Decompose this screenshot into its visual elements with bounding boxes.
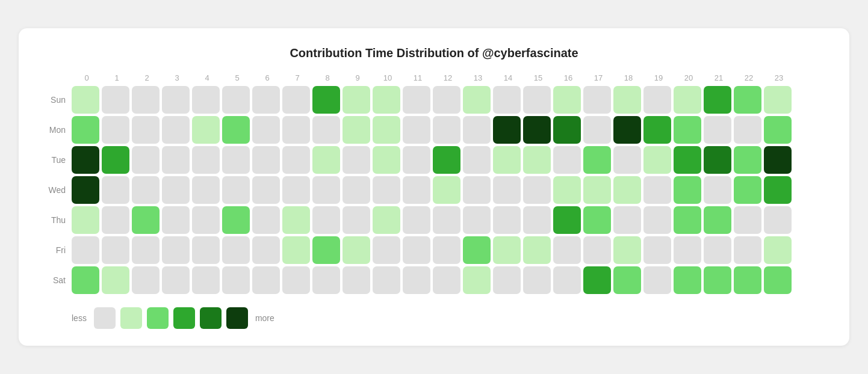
legend-more-label: more (255, 313, 274, 323)
cell (643, 86, 671, 114)
cell (343, 236, 370, 264)
cell (583, 176, 611, 204)
cells-row (72, 146, 792, 174)
cell (613, 146, 641, 174)
legend-cell (147, 307, 169, 329)
cell (132, 86, 160, 114)
chart-area: 01234567891011121314151617181920212223 S… (40, 73, 828, 329)
day-label: Fri (40, 245, 72, 255)
cell (734, 176, 761, 204)
legend-cell (226, 307, 248, 329)
hour-label: 3 (162, 73, 192, 82)
cell (553, 236, 581, 264)
cell (312, 116, 340, 144)
cell (613, 206, 641, 234)
cell (102, 206, 129, 234)
cell (102, 146, 129, 174)
hour-label: 7 (282, 73, 312, 82)
cell (72, 146, 99, 174)
cell (463, 266, 491, 294)
cell (704, 266, 731, 294)
cell (643, 236, 671, 264)
cell (252, 206, 280, 234)
cell (312, 86, 340, 114)
grid-rows: SunMonTueWedThuFriSat (40, 86, 828, 294)
hour-label: 18 (613, 73, 643, 82)
cell (764, 176, 792, 204)
cell (373, 206, 400, 234)
cell (734, 206, 761, 234)
legend-cell (120, 307, 142, 329)
cell (523, 116, 551, 144)
hour-label: 15 (523, 73, 553, 82)
cell (222, 176, 250, 204)
hour-label: 20 (674, 73, 704, 82)
cell (643, 206, 671, 234)
cell (463, 176, 491, 204)
day-label: Thu (40, 215, 72, 225)
cell (523, 266, 551, 294)
grid-row: Mon (40, 116, 828, 144)
day-label: Tue (40, 155, 72, 165)
cell (643, 266, 671, 294)
cell (704, 176, 731, 204)
cell (674, 176, 701, 204)
grid-row: Fri (40, 236, 828, 264)
cell (553, 146, 581, 174)
cell (704, 116, 731, 144)
legend: lessmore (72, 307, 828, 329)
cell (613, 86, 641, 114)
cell (192, 146, 220, 174)
cell (373, 236, 400, 264)
cell (643, 176, 671, 204)
cell (252, 266, 280, 294)
hour-label: 9 (343, 73, 373, 82)
hour-label: 10 (373, 73, 403, 82)
cell (403, 116, 430, 144)
cell (162, 266, 190, 294)
cell (72, 206, 99, 234)
chart-card: Contribution Time Distribution of @cyber… (19, 28, 849, 346)
cell (523, 236, 551, 264)
cell (312, 176, 340, 204)
hour-label: 19 (643, 73, 674, 82)
cells-row (72, 206, 792, 234)
cell (674, 146, 701, 174)
cell (192, 206, 220, 234)
day-label: Wed (40, 185, 72, 195)
cell (72, 176, 99, 204)
cell (493, 266, 521, 294)
hour-label: 16 (553, 73, 583, 82)
cell (373, 86, 400, 114)
cell (493, 146, 521, 174)
cell (282, 176, 310, 204)
cell (643, 116, 671, 144)
cell (282, 86, 310, 114)
cell (343, 86, 370, 114)
cell (734, 116, 761, 144)
hour-label: 4 (192, 73, 222, 82)
cell (523, 86, 551, 114)
cell (583, 116, 611, 144)
cell (192, 86, 220, 114)
hour-label: 0 (72, 73, 102, 82)
cell (523, 206, 551, 234)
cell (102, 266, 129, 294)
cell (493, 116, 521, 144)
hour-label: 12 (433, 73, 463, 82)
cell (192, 116, 220, 144)
cell (433, 116, 460, 144)
cell (674, 206, 701, 234)
cell (343, 206, 370, 234)
cell (433, 146, 460, 174)
cell (222, 116, 250, 144)
cell (102, 86, 129, 114)
cells-row (72, 116, 792, 144)
cell (343, 176, 370, 204)
cell (312, 236, 340, 264)
cell (373, 116, 400, 144)
cell (583, 266, 611, 294)
cell (403, 236, 430, 264)
legend-cell (173, 307, 195, 329)
grid-row: Wed (40, 176, 828, 204)
